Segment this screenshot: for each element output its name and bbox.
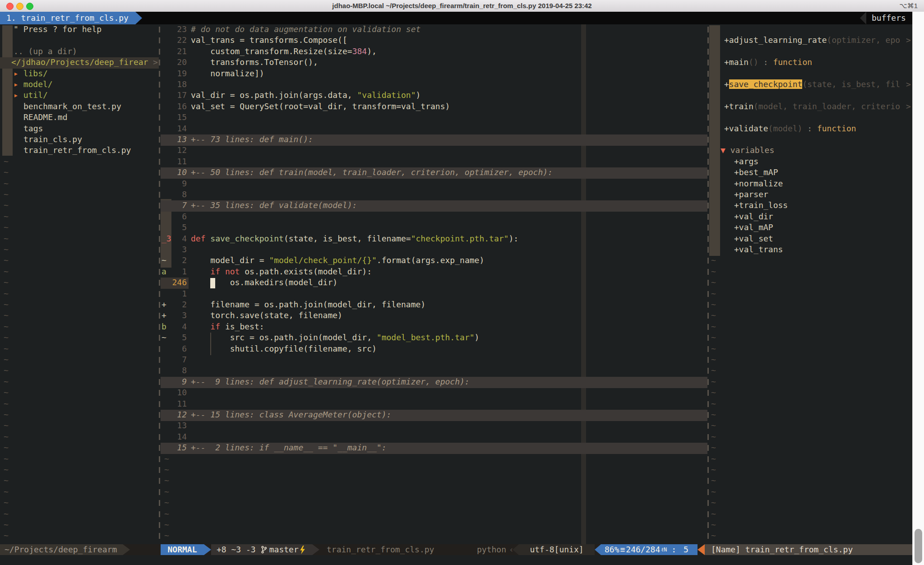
code-line-15[interactable]: 15 bbox=[161, 112, 707, 124]
tree-file-README.md[interactable]: README.md bbox=[0, 112, 159, 124]
tag-validate[interactable]: +validate(model) : function bbox=[709, 124, 912, 135]
line-number: 21 bbox=[165, 46, 187, 56]
tree-tilde-row: ~ bbox=[0, 454, 159, 465]
fold-line-9[interactable]: 9+-- 9 lines: def adjust_learning_rate(o… bbox=[161, 377, 707, 388]
code-line-21[interactable]: 21 custom_transform.Resize(size=384), bbox=[161, 46, 707, 58]
code-line-1[interactable]: 1 bbox=[161, 289, 707, 300]
code-line-18[interactable]: 18 bbox=[161, 79, 707, 91]
fold-line-13[interactable]: 13+-- 73 lines: def main(): bbox=[161, 134, 707, 146]
code-tilde-row: ~ bbox=[161, 509, 707, 520]
line-number: 7 bbox=[165, 200, 187, 210]
line-number: 4 bbox=[165, 322, 187, 331]
code-line-4[interactable]: _34def save_checkpoint(state, is_best, f… bbox=[161, 234, 707, 245]
code-line-2[interactable]: +2 filename = os.path.join(model_dir, fi… bbox=[161, 300, 707, 311]
tree-root[interactable]: </jdhao/Projects/deep_firear> bbox=[0, 57, 159, 69]
code-line-3[interactable]: +3 torch.save(state, filename) bbox=[161, 310, 707, 322]
line-number: 22 bbox=[165, 35, 187, 45]
tagbar-blank-row bbox=[709, 90, 912, 102]
tree-tilde-row: ~ bbox=[0, 322, 159, 333]
tagbar-blank-row bbox=[709, 46, 912, 58]
code-line-3[interactable]: 3 bbox=[161, 245, 707, 256]
tree-updir[interactable]: .. (up a dir) bbox=[0, 46, 159, 58]
code-line-12[interactable]: 12 bbox=[161, 145, 707, 157]
tagbar-tilde-row: ~ bbox=[709, 487, 912, 498]
line-number: 11 bbox=[165, 399, 187, 408]
tag-train_loss[interactable]: +train_loss bbox=[709, 200, 912, 212]
tag-val_dir[interactable]: +val_dir bbox=[709, 212, 912, 223]
tag-parser[interactable]: +parser bbox=[709, 190, 912, 201]
tree-file-train_retr_from_cls.py[interactable]: train_retr_from_cls.py bbox=[0, 145, 159, 157]
tag-main[interactable]: +main() : function bbox=[709, 57, 912, 69]
code-line-19[interactable]: 19 normalize]) bbox=[161, 69, 707, 80]
tag-args[interactable]: +args bbox=[709, 157, 912, 168]
code-line-14[interactable]: 14 bbox=[161, 432, 707, 443]
code-line-6[interactable]: 6 shutil.copyfile(filename, src) bbox=[161, 344, 707, 355]
code-line-6[interactable]: 6 bbox=[161, 212, 707, 223]
code-line-11[interactable]: 11 bbox=[161, 399, 707, 410]
tag-val_mAP[interactable]: +val_mAP bbox=[709, 222, 912, 234]
tree-tilde-row: ~ bbox=[0, 255, 159, 267]
tree-file-benchmark_on_test.py[interactable]: benchmark_on_test.py bbox=[0, 102, 159, 113]
tag-train[interactable]: +train(model, train_loader, criterio> bbox=[709, 102, 912, 113]
tagbar-section-variables[interactable]: ▼ variables bbox=[709, 145, 912, 157]
code-line-10[interactable]: 10 bbox=[161, 388, 707, 399]
tag-adjust_learning_rate[interactable]: +adjust_learning_rate(optimizer, epo> bbox=[709, 35, 912, 46]
tree-tilde-row: ~ bbox=[0, 190, 159, 201]
code-line-22[interactable]: 22val_trans = transforms.Compose([ bbox=[161, 35, 707, 46]
scrollbar-track[interactable] bbox=[912, 12, 924, 565]
code-line-2[interactable]: ~2 model_dir = "model/check_point/{}".fo… bbox=[161, 255, 707, 267]
line-number: 9 bbox=[165, 377, 187, 386]
tree-tilde-row: ~ bbox=[0, 432, 159, 443]
tag-normalize[interactable]: +normalize bbox=[709, 179, 912, 190]
line-number: 4 bbox=[165, 234, 187, 243]
line-number: 18 bbox=[165, 79, 187, 89]
code-line-9[interactable]: 9 bbox=[161, 179, 707, 190]
code-tilde-row: ~ bbox=[161, 520, 707, 531]
tag-save_checkpoint[interactable]: +save_checkpoint(state, is_best, fil> bbox=[709, 79, 912, 91]
linenr-glyph-icon: ℓN bbox=[661, 544, 667, 555]
code-line-4[interactable]: b4 if is_best: bbox=[161, 322, 707, 333]
buffers-label[interactable]: buffers bbox=[872, 12, 906, 24]
scrollbar-thumb[interactable] bbox=[915, 529, 922, 563]
line-number: 6 bbox=[165, 344, 187, 353]
window-separator-left[interactable] bbox=[159, 24, 160, 544]
code-line-16[interactable]: 16val_set = QuerySet(root=val_dir, trans… bbox=[161, 102, 707, 113]
tree-file-train_cls.py[interactable]: train_cls.py bbox=[0, 134, 159, 146]
line-number: 1 bbox=[165, 267, 187, 276]
tagbar-tilde-row: ~ bbox=[709, 498, 912, 509]
code-line-23[interactable]: 23# do not do data augmentation on valid… bbox=[161, 24, 707, 36]
tab-train_retr_from_cls[interactable]: 1. train_retr_from_cls.py bbox=[0, 12, 135, 24]
fold-line-7[interactable]: 7+-- 35 lines: def validate(model): bbox=[161, 200, 707, 212]
code-line-246[interactable]: 246 os.makedirs(model_dir) bbox=[161, 278, 707, 289]
code-line-20[interactable]: 20 transforms.ToTensor(), bbox=[161, 57, 707, 69]
statusline: ~/Projects/deep_firearm NORMAL +8 ~3 -3 … bbox=[0, 544, 912, 555]
tag-val_set[interactable]: +val_set bbox=[709, 234, 912, 245]
tagbar-tilde-row: ~ bbox=[709, 278, 912, 289]
code-line-5[interactable]: 5 bbox=[161, 222, 707, 234]
tree-tilde-row: ~ bbox=[0, 222, 159, 234]
code-line-17[interactable]: 17val_dir = os.path.join(args.data, "val… bbox=[161, 90, 707, 102]
fold-line-15[interactable]: 15+-- 2 lines: if __name__ == "__main__"… bbox=[161, 443, 707, 454]
tree-dir-util[interactable]: ▸ util/ bbox=[0, 90, 159, 102]
code-line-8[interactable]: 8 bbox=[161, 366, 707, 377]
tree-dir-model[interactable]: ▸ model/ bbox=[0, 79, 159, 91]
tree-dir-libs[interactable]: ▸ libs/ bbox=[0, 69, 159, 80]
line-number: 13 bbox=[165, 421, 187, 430]
tag-best_mAP[interactable]: +best_mAP bbox=[709, 167, 912, 179]
code-line-7[interactable]: 7 bbox=[161, 355, 707, 366]
code-line-11[interactable]: 11 bbox=[161, 157, 707, 168]
code-line-5[interactable]: ~5 src = os.path.join(model_dir, "model_… bbox=[161, 333, 707, 344]
code-line-14[interactable]: 14 bbox=[161, 124, 707, 135]
code-line-1[interactable]: a1 if not os.path.exists(model_dir): bbox=[161, 267, 707, 278]
window-shortcut-badge: ⌥⌘1 bbox=[899, 2, 918, 10]
fold-line-12[interactable]: 12+-- 15 lines: class AverageMeter(objec… bbox=[161, 410, 707, 421]
code-line-8[interactable]: 8 bbox=[161, 190, 707, 201]
window-separator-right[interactable] bbox=[707, 24, 709, 544]
tree-file-tags[interactable]: tags bbox=[0, 124, 159, 135]
git-branch-name: master bbox=[269, 544, 299, 555]
line-number: 8 bbox=[165, 366, 187, 375]
fold-line-10[interactable]: 10+-- 50 lines: def train(model, train_l… bbox=[161, 167, 707, 179]
code-line-13[interactable]: 13 bbox=[161, 421, 707, 432]
tagbar-blank-row bbox=[709, 69, 912, 80]
tag-val_trans[interactable]: +val_trans bbox=[709, 245, 912, 256]
